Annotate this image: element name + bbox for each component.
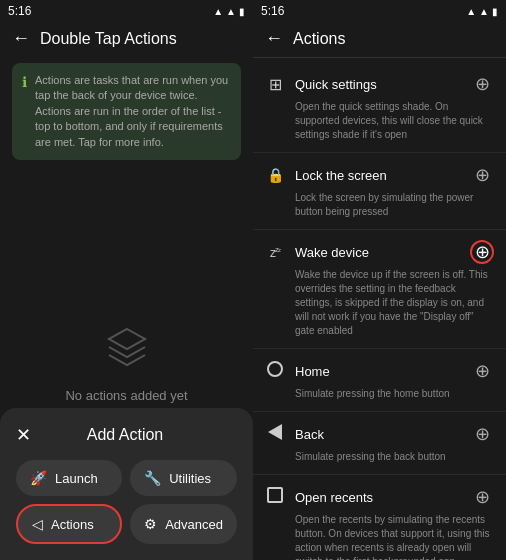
right-status-bar: 5:16 ▲ ▲ ▮	[253, 0, 506, 22]
action-item-header: Back ⊕	[265, 422, 494, 446]
lock-screen-icon: 🔒	[265, 167, 285, 183]
add-wake-device-button[interactable]: ⊕	[470, 240, 494, 264]
right-signal-icon: ▲	[479, 6, 489, 17]
action-item-title: Home	[295, 364, 330, 379]
list-item: Open recents ⊕ Open the recents by simul…	[253, 475, 506, 560]
back-icon	[265, 424, 285, 444]
battery-icon: ▮	[239, 6, 245, 17]
left-status-bar: 5:16 ▲ ▲ ▮	[0, 0, 253, 22]
launch-chip[interactable]: 🚀 Launch	[16, 460, 122, 496]
empty-text: No actions added yet	[65, 388, 187, 403]
action-item-title: Wake device	[295, 245, 369, 260]
actions-chip[interactable]: ◁ Actions	[16, 504, 122, 544]
quick-settings-icon: ⊞	[265, 75, 285, 94]
action-item-left: Open recents	[265, 487, 373, 507]
utilities-icon: 🔧	[144, 470, 161, 486]
left-status-icons: ▲ ▲ ▮	[213, 6, 245, 17]
add-quick-settings-button[interactable]: ⊕	[470, 72, 494, 96]
info-box: ℹ Actions are tasks that are run when yo…	[12, 63, 241, 160]
add-action-sheet: ✕ Add Action 🚀 Launch 🔧 Utilities ◁ Acti…	[0, 408, 253, 560]
action-item-title: Lock the screen	[295, 168, 387, 183]
action-item-left: 🔒 Lock the screen	[265, 167, 387, 183]
utilities-chip[interactable]: 🔧 Utilities	[130, 460, 237, 496]
action-item-desc: Lock the screen by simulating the power …	[295, 191, 494, 219]
action-item-title: Quick settings	[295, 77, 377, 92]
right-status-icons: ▲ ▲ ▮	[466, 6, 498, 17]
wifi-icon: ▲	[213, 6, 223, 17]
action-item-header: 🔒 Lock the screen ⊕	[265, 163, 494, 187]
sheet-title: Add Action	[87, 426, 164, 444]
action-item-left: zzz Wake device	[265, 243, 369, 261]
layers-icon	[105, 325, 149, 378]
left-top-bar: ← Double Tap Actions	[0, 22, 253, 55]
advanced-chip[interactable]: ⚙ Advanced	[130, 504, 237, 544]
action-item-title: Open recents	[295, 490, 373, 505]
add-home-button[interactable]: ⊕	[470, 359, 494, 383]
svg-marker-0	[109, 329, 145, 349]
actions-list: ⊞ Quick settings ⊕ Open the quick settin…	[253, 58, 506, 560]
utilities-label: Utilities	[169, 471, 211, 486]
action-item-desc: Open the recents by simulating the recen…	[295, 513, 494, 560]
right-top-bar: ← Actions	[253, 22, 506, 58]
action-item-left: ⊞ Quick settings	[265, 75, 377, 94]
actions-label: Actions	[51, 517, 94, 532]
recents-icon	[265, 487, 285, 507]
home-icon	[265, 361, 285, 381]
list-item: 🔒 Lock the screen ⊕ Lock the screen by s…	[253, 153, 506, 230]
action-item-desc: Simulate pressing the back button	[295, 450, 494, 464]
left-page-title: Double Tap Actions	[40, 30, 177, 48]
launch-label: Launch	[55, 471, 98, 486]
action-chips-grid: 🚀 Launch 🔧 Utilities ◁ Actions ⚙ Advance…	[16, 460, 237, 544]
action-item-header: ⊞ Quick settings ⊕	[265, 72, 494, 96]
sheet-header: ✕ Add Action	[16, 424, 237, 446]
left-panel: 5:16 ▲ ▲ ▮ ← Double Tap Actions ℹ Action…	[0, 0, 253, 560]
advanced-label: Advanced	[165, 517, 223, 532]
action-item-header: Home ⊕	[265, 359, 494, 383]
action-item-title: Back	[295, 427, 324, 442]
right-back-button[interactable]: ←	[265, 28, 283, 49]
info-icon: ℹ	[22, 74, 27, 150]
action-item-header: Open recents ⊕	[265, 485, 494, 509]
launch-icon: 🚀	[30, 470, 47, 486]
action-item-desc: Simulate pressing the home button	[295, 387, 494, 401]
actions-icon: ◁	[32, 516, 43, 532]
list-item: Home ⊕ Simulate pressing the home button	[253, 349, 506, 412]
signal-icon: ▲	[226, 6, 236, 17]
action-item-left: Back	[265, 424, 324, 444]
right-status-time: 5:16	[261, 4, 284, 18]
left-status-time: 5:16	[8, 4, 31, 18]
info-text: Actions are tasks that are run when you …	[35, 73, 231, 150]
right-wifi-icon: ▲	[466, 6, 476, 17]
add-recents-button[interactable]: ⊕	[470, 485, 494, 509]
list-item: Back ⊕ Simulate pressing the back button	[253, 412, 506, 475]
close-sheet-button[interactable]: ✕	[16, 424, 31, 446]
action-item-desc: Wake the device up if the screen is off.…	[295, 268, 494, 338]
add-lock-button[interactable]: ⊕	[470, 163, 494, 187]
advanced-icon: ⚙	[144, 516, 157, 532]
list-item: zzz Wake device ⊕ Wake the device up if …	[253, 230, 506, 349]
action-item-desc: Open the quick settings shade. On suppor…	[295, 100, 494, 142]
right-page-title: Actions	[293, 30, 345, 48]
right-panel: 5:16 ▲ ▲ ▮ ← Actions ⊞ Quick settings ⊕ …	[253, 0, 506, 560]
action-item-header: zzz Wake device ⊕	[265, 240, 494, 264]
add-back-button[interactable]: ⊕	[470, 422, 494, 446]
right-battery-icon: ▮	[492, 6, 498, 17]
left-back-button[interactable]: ←	[12, 28, 30, 49]
action-item-left: Home	[265, 361, 330, 381]
list-item: ⊞ Quick settings ⊕ Open the quick settin…	[253, 62, 506, 153]
wake-device-icon: zzz	[265, 243, 285, 261]
